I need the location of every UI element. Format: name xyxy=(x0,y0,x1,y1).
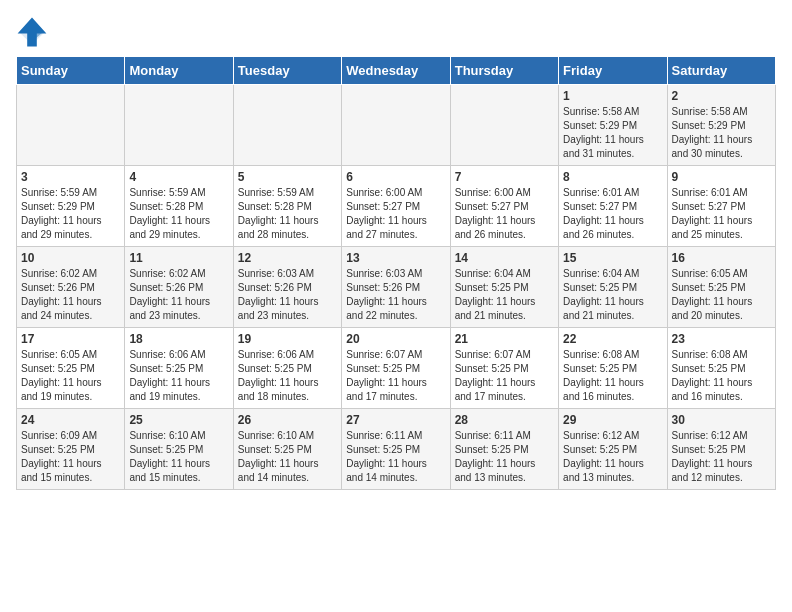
calendar-cell: 16Sunrise: 6:05 AM Sunset: 5:25 PM Dayli… xyxy=(667,247,775,328)
day-number: 23 xyxy=(672,332,771,346)
calendar-cell: 21Sunrise: 6:07 AM Sunset: 5:25 PM Dayli… xyxy=(450,328,558,409)
calendar-cell: 1Sunrise: 5:58 AM Sunset: 5:29 PM Daylig… xyxy=(559,85,667,166)
day-number: 30 xyxy=(672,413,771,427)
day-info: Sunrise: 6:08 AM Sunset: 5:25 PM Dayligh… xyxy=(672,348,771,404)
day-number: 24 xyxy=(21,413,120,427)
day-number: 10 xyxy=(21,251,120,265)
day-info: Sunrise: 6:01 AM Sunset: 5:27 PM Dayligh… xyxy=(563,186,662,242)
calendar-cell: 2Sunrise: 5:58 AM Sunset: 5:29 PM Daylig… xyxy=(667,85,775,166)
day-number: 8 xyxy=(563,170,662,184)
calendar-cell: 22Sunrise: 6:08 AM Sunset: 5:25 PM Dayli… xyxy=(559,328,667,409)
calendar-cell: 9Sunrise: 6:01 AM Sunset: 5:27 PM Daylig… xyxy=(667,166,775,247)
day-info: Sunrise: 5:59 AM Sunset: 5:29 PM Dayligh… xyxy=(21,186,120,242)
day-number: 2 xyxy=(672,89,771,103)
calendar-cell: 5Sunrise: 5:59 AM Sunset: 5:28 PM Daylig… xyxy=(233,166,341,247)
day-info: Sunrise: 6:01 AM Sunset: 5:27 PM Dayligh… xyxy=(672,186,771,242)
header-row: SundayMondayTuesdayWednesdayThursdayFrid… xyxy=(17,57,776,85)
calendar-cell xyxy=(17,85,125,166)
day-info: Sunrise: 6:02 AM Sunset: 5:26 PM Dayligh… xyxy=(21,267,120,323)
header-day-sunday: Sunday xyxy=(17,57,125,85)
day-info: Sunrise: 6:11 AM Sunset: 5:25 PM Dayligh… xyxy=(346,429,445,485)
day-number: 29 xyxy=(563,413,662,427)
day-number: 5 xyxy=(238,170,337,184)
calendar-cell: 7Sunrise: 6:00 AM Sunset: 5:27 PM Daylig… xyxy=(450,166,558,247)
day-info: Sunrise: 6:03 AM Sunset: 5:26 PM Dayligh… xyxy=(346,267,445,323)
day-info: Sunrise: 6:11 AM Sunset: 5:25 PM Dayligh… xyxy=(455,429,554,485)
week-row-1: 1Sunrise: 5:58 AM Sunset: 5:29 PM Daylig… xyxy=(17,85,776,166)
day-info: Sunrise: 6:12 AM Sunset: 5:25 PM Dayligh… xyxy=(672,429,771,485)
day-number: 22 xyxy=(563,332,662,346)
calendar-cell: 23Sunrise: 6:08 AM Sunset: 5:25 PM Dayli… xyxy=(667,328,775,409)
day-info: Sunrise: 5:59 AM Sunset: 5:28 PM Dayligh… xyxy=(238,186,337,242)
day-info: Sunrise: 6:09 AM Sunset: 5:25 PM Dayligh… xyxy=(21,429,120,485)
day-number: 3 xyxy=(21,170,120,184)
calendar-cell: 18Sunrise: 6:06 AM Sunset: 5:25 PM Dayli… xyxy=(125,328,233,409)
calendar-cell: 14Sunrise: 6:04 AM Sunset: 5:25 PM Dayli… xyxy=(450,247,558,328)
calendar-cell: 29Sunrise: 6:12 AM Sunset: 5:25 PM Dayli… xyxy=(559,409,667,490)
header-day-tuesday: Tuesday xyxy=(233,57,341,85)
day-info: Sunrise: 6:03 AM Sunset: 5:26 PM Dayligh… xyxy=(238,267,337,323)
calendar-cell: 3Sunrise: 5:59 AM Sunset: 5:29 PM Daylig… xyxy=(17,166,125,247)
day-number: 7 xyxy=(455,170,554,184)
day-number: 6 xyxy=(346,170,445,184)
calendar-cell: 6Sunrise: 6:00 AM Sunset: 5:27 PM Daylig… xyxy=(342,166,450,247)
day-info: Sunrise: 6:10 AM Sunset: 5:25 PM Dayligh… xyxy=(238,429,337,485)
day-info: Sunrise: 6:00 AM Sunset: 5:27 PM Dayligh… xyxy=(346,186,445,242)
day-info: Sunrise: 6:04 AM Sunset: 5:25 PM Dayligh… xyxy=(455,267,554,323)
calendar-cell: 20Sunrise: 6:07 AM Sunset: 5:25 PM Dayli… xyxy=(342,328,450,409)
week-row-3: 10Sunrise: 6:02 AM Sunset: 5:26 PM Dayli… xyxy=(17,247,776,328)
day-number: 26 xyxy=(238,413,337,427)
day-number: 17 xyxy=(21,332,120,346)
header-day-thursday: Thursday xyxy=(450,57,558,85)
calendar-cell: 8Sunrise: 6:01 AM Sunset: 5:27 PM Daylig… xyxy=(559,166,667,247)
day-info: Sunrise: 6:00 AM Sunset: 5:27 PM Dayligh… xyxy=(455,186,554,242)
day-number: 19 xyxy=(238,332,337,346)
logo xyxy=(16,16,52,48)
day-number: 18 xyxy=(129,332,228,346)
calendar-body: 1Sunrise: 5:58 AM Sunset: 5:29 PM Daylig… xyxy=(17,85,776,490)
calendar-cell xyxy=(450,85,558,166)
day-info: Sunrise: 6:05 AM Sunset: 5:25 PM Dayligh… xyxy=(672,267,771,323)
day-info: Sunrise: 6:07 AM Sunset: 5:25 PM Dayligh… xyxy=(346,348,445,404)
calendar-cell: 12Sunrise: 6:03 AM Sunset: 5:26 PM Dayli… xyxy=(233,247,341,328)
day-info: Sunrise: 6:06 AM Sunset: 5:25 PM Dayligh… xyxy=(238,348,337,404)
logo-icon xyxy=(16,16,48,48)
day-number: 14 xyxy=(455,251,554,265)
day-info: Sunrise: 5:59 AM Sunset: 5:28 PM Dayligh… xyxy=(129,186,228,242)
header-day-wednesday: Wednesday xyxy=(342,57,450,85)
day-number: 21 xyxy=(455,332,554,346)
day-number: 27 xyxy=(346,413,445,427)
calendar-cell: 17Sunrise: 6:05 AM Sunset: 5:25 PM Dayli… xyxy=(17,328,125,409)
day-number: 9 xyxy=(672,170,771,184)
day-info: Sunrise: 6:07 AM Sunset: 5:25 PM Dayligh… xyxy=(455,348,554,404)
day-number: 16 xyxy=(672,251,771,265)
calendar-cell: 19Sunrise: 6:06 AM Sunset: 5:25 PM Dayli… xyxy=(233,328,341,409)
calendar-cell: 30Sunrise: 6:12 AM Sunset: 5:25 PM Dayli… xyxy=(667,409,775,490)
header-day-monday: Monday xyxy=(125,57,233,85)
day-info: Sunrise: 6:04 AM Sunset: 5:25 PM Dayligh… xyxy=(563,267,662,323)
day-number: 12 xyxy=(238,251,337,265)
day-info: Sunrise: 6:10 AM Sunset: 5:25 PM Dayligh… xyxy=(129,429,228,485)
calendar-header: SundayMondayTuesdayWednesdayThursdayFrid… xyxy=(17,57,776,85)
day-info: Sunrise: 6:06 AM Sunset: 5:25 PM Dayligh… xyxy=(129,348,228,404)
day-info: Sunrise: 6:02 AM Sunset: 5:26 PM Dayligh… xyxy=(129,267,228,323)
calendar-cell: 26Sunrise: 6:10 AM Sunset: 5:25 PM Dayli… xyxy=(233,409,341,490)
calendar-cell xyxy=(233,85,341,166)
header-day-saturday: Saturday xyxy=(667,57,775,85)
day-info: Sunrise: 6:12 AM Sunset: 5:25 PM Dayligh… xyxy=(563,429,662,485)
day-number: 28 xyxy=(455,413,554,427)
page-header xyxy=(16,16,776,48)
week-row-5: 24Sunrise: 6:09 AM Sunset: 5:25 PM Dayli… xyxy=(17,409,776,490)
day-number: 1 xyxy=(563,89,662,103)
calendar-cell: 25Sunrise: 6:10 AM Sunset: 5:25 PM Dayli… xyxy=(125,409,233,490)
day-number: 25 xyxy=(129,413,228,427)
day-info: Sunrise: 5:58 AM Sunset: 5:29 PM Dayligh… xyxy=(563,105,662,161)
week-row-2: 3Sunrise: 5:59 AM Sunset: 5:29 PM Daylig… xyxy=(17,166,776,247)
calendar-cell: 11Sunrise: 6:02 AM Sunset: 5:26 PM Dayli… xyxy=(125,247,233,328)
calendar-cell: 10Sunrise: 6:02 AM Sunset: 5:26 PM Dayli… xyxy=(17,247,125,328)
calendar-cell: 28Sunrise: 6:11 AM Sunset: 5:25 PM Dayli… xyxy=(450,409,558,490)
calendar-table: SundayMondayTuesdayWednesdayThursdayFrid… xyxy=(16,56,776,490)
calendar-cell: 27Sunrise: 6:11 AM Sunset: 5:25 PM Dayli… xyxy=(342,409,450,490)
header-day-friday: Friday xyxy=(559,57,667,85)
day-number: 20 xyxy=(346,332,445,346)
